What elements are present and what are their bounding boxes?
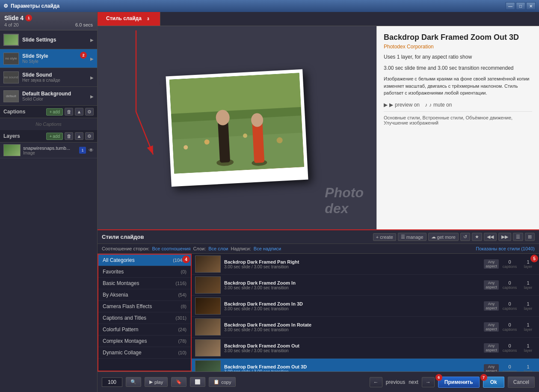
preview-icon: ▶ <box>389 102 393 108</box>
grid-view-button[interactable]: ⊞ <box>525 233 535 241</box>
style-thumb-zoom-in-3d <box>195 297 221 315</box>
apply-badge: 6 <box>435 374 442 381</box>
aspect-col: Anyaspect <box>484 259 499 269</box>
style-item-pan-right[interactable]: Backdrop Dark Framed Pan Right 3.00 sec … <box>192 254 539 275</box>
next-nav-button[interactable]: ▶▶ <box>498 233 511 241</box>
play-button[interactable]: ▶ play <box>145 377 168 387</box>
category-name-complex: Complex Montages <box>103 338 147 344</box>
layer-visibility-icon[interactable]: 👁 <box>89 147 94 153</box>
fullscreen-button[interactable]: ⬜ <box>190 377 205 387</box>
captions-add-button[interactable]: + add <box>46 108 63 116</box>
sidebar-item-slide-settings[interactable]: Slide Settings <box>0 30 97 49</box>
layer-col: 1 layer <box>521 301 536 311</box>
prev-arrow-button[interactable]: ← <box>370 377 382 387</box>
category-name-colorful: Colorful Pattern <box>103 327 138 333</box>
captions-delete-button[interactable]: 🗑 <box>65 108 73 116</box>
layers-add-button[interactable]: + add <box>46 133 63 140</box>
layer-filter-link[interactable]: Все слои <box>208 246 228 251</box>
copy-icon: 📋 <box>213 379 219 385</box>
category-item-all[interactable]: All Categories (1041) <box>98 255 191 266</box>
info-panel: Backdrop Dark Framed Zoom Out 3D Photode… <box>376 26 539 229</box>
zoom-search-button[interactable]: 🔍 <box>126 377 141 387</box>
reset-button[interactable]: ↺ <box>460 233 470 241</box>
aspect-filter-link[interactable]: Все соотношения <box>152 246 190 251</box>
category-item-basic[interactable]: Basic Montages (116) <box>98 278 191 289</box>
photo-inner <box>169 73 304 174</box>
apply-button[interactable]: Применить <box>438 377 480 388</box>
minimize-button[interactable]: — <box>506 2 515 10</box>
list-view-button[interactable]: ☰ <box>513 233 523 241</box>
copy-button[interactable]: 📋 copy <box>209 377 236 387</box>
slide-sound-arrow <box>90 74 94 80</box>
slide-duration: 6.0 secs <box>75 22 93 27</box>
layer-num: 1 <box>524 343 533 348</box>
layer-item[interactable]: snapwiresnaps.tumb... Image 1 👁 <box>0 143 97 158</box>
showing-all-link[interactable]: Показаны все стили (1040) <box>476 246 535 251</box>
tab-slide-style[interactable]: Стиль слайда 3 <box>98 12 160 26</box>
sidebar-item-default-bg[interactable]: default Default Background Solid Color <box>0 87 97 106</box>
category-item-aksenia[interactable]: By Aksenia (54) <box>98 289 191 301</box>
style-item-zoom-in-3d[interactable]: Backdrop Dark Framed Zoom In 3D 3.00 sec… <box>192 296 539 317</box>
style-item-zoom-in-rotate[interactable]: Backdrop Dark Framed Zoom In Rotate 3.00… <box>192 317 539 338</box>
category-item-favorites[interactable]: Favorites (0) <box>98 266 191 278</box>
aspect-tag: Anyaspect <box>484 259 499 269</box>
star-button[interactable]: ★ <box>472 233 482 241</box>
plus-icon: + <box>49 134 52 139</box>
bookmark-button[interactable]: 🔖 <box>171 377 187 387</box>
close-button[interactable]: ✕ <box>526 2 536 10</box>
category-item-complex[interactable]: Complex Montages (78) <box>98 336 191 347</box>
captions-up-button[interactable]: ▲ <box>75 108 83 116</box>
maximize-button[interactable]: □ <box>516 2 525 10</box>
style-item-zoom-in[interactable]: Backdrop Dark Framed Zoom In 3.00 sec sl… <box>192 275 539 296</box>
preview-controls: ▶ preview on ♪ mute on <box>384 102 532 108</box>
style-meta-pan-right: Anyaspect 0 captions 1 layer <box>484 259 536 269</box>
layer-label-meta: layer <box>524 264 533 269</box>
layers-up-button[interactable]: ▲ <box>75 132 83 140</box>
style-time-pan-right: 3.00 sec slide / 3.00 sec transition <box>224 264 480 269</box>
manage-button[interactable]: ☰ manage <box>398 233 426 241</box>
style-name-zoom-in-3d: Backdrop Dark Framed Zoom In 3D <box>224 301 480 306</box>
preview-on-button[interactable]: ▶ preview on <box>384 102 420 108</box>
styles-header: Стили слайдов + create ☰ manage ☁ get mo… <box>98 230 539 244</box>
title-bar-controls[interactable]: — □ ✕ <box>506 2 536 10</box>
layers-delete-button[interactable]: 🗑 <box>65 132 73 140</box>
caption-label: Надписи: <box>231 246 251 251</box>
get-more-button[interactable]: ☁ get more <box>428 233 459 241</box>
category-item-dynamic[interactable]: Dynamic Collage (10) <box>98 347 191 359</box>
slide-sound-title: Slide Sound <box>22 72 87 78</box>
style-name-pan-right: Backdrop Dark Framed Pan Right <box>224 259 480 264</box>
style-name-zoom-in-rotate: Backdrop Dark Framed Zoom In Rotate <box>224 322 480 327</box>
cancel-button[interactable]: Cancel <box>508 377 535 388</box>
layers-settings-button[interactable]: ⚙ <box>85 132 94 140</box>
next-arrow-button[interactable]: → <box>422 377 435 387</box>
mute-on-button[interactable]: ♪ mute on <box>425 102 452 108</box>
layers-tools: + add 🗑 ▲ ⚙ <box>46 132 94 140</box>
create-label: create <box>380 235 393 240</box>
right-arrow-icon: → <box>426 379 431 385</box>
style-info-zoom-in: Backdrop Dark Framed Zoom In 3.00 sec sl… <box>224 280 480 290</box>
caption-filter-link[interactable]: Все надписи <box>254 246 281 251</box>
prev-nav-button[interactable]: ◀◀ <box>484 233 497 241</box>
layer-badge: 1 <box>79 147 86 154</box>
aspect-tag: Anyaspect <box>484 343 499 353</box>
category-item-colorful[interactable]: Colorful Pattern (24) <box>98 324 191 336</box>
style-time-zoom-out: 3.00 sec slide / 3.00 sec transition <box>224 348 480 353</box>
captions-label: captions <box>503 306 517 311</box>
sidebar-item-slide-style[interactable]: no style Slide Style No Style 2 <box>0 49 97 68</box>
captions-settings-button[interactable]: ⚙ <box>85 108 94 116</box>
badge-5: 5 <box>530 255 538 262</box>
create-button[interactable]: + create <box>373 233 396 241</box>
captions-tools: + add 🗑 ▲ ⚙ <box>46 108 94 116</box>
aspect-tag: Anyaspect <box>484 280 499 290</box>
zoom-input[interactable] <box>102 377 122 387</box>
style-item-zoom-out[interactable]: Backdrop Dark Framed Zoom Out 3.00 sec s… <box>192 338 539 359</box>
aspect-tag: Anyaspect <box>484 301 499 311</box>
category-item-captions[interactable]: Captions and Titles (301) <box>98 312 191 324</box>
sidebar-item-slide-sound[interactable]: no sound Slide Sound Нет звука в слайде <box>0 68 97 87</box>
style-item-zoom-out-3d[interactable]: Backdrop Dark Framed Zoom Out 3D 3.00 se… <box>192 359 539 371</box>
category-item-camera[interactable]: Camera Flash Effects (8) <box>98 301 191 312</box>
top-tabs: Стиль слайда 3 <box>98 12 539 26</box>
slide-sound-thumb: no sound <box>3 71 19 83</box>
svg-rect-1 <box>169 73 301 114</box>
aspect-tag: Anyaspect <box>484 364 499 371</box>
